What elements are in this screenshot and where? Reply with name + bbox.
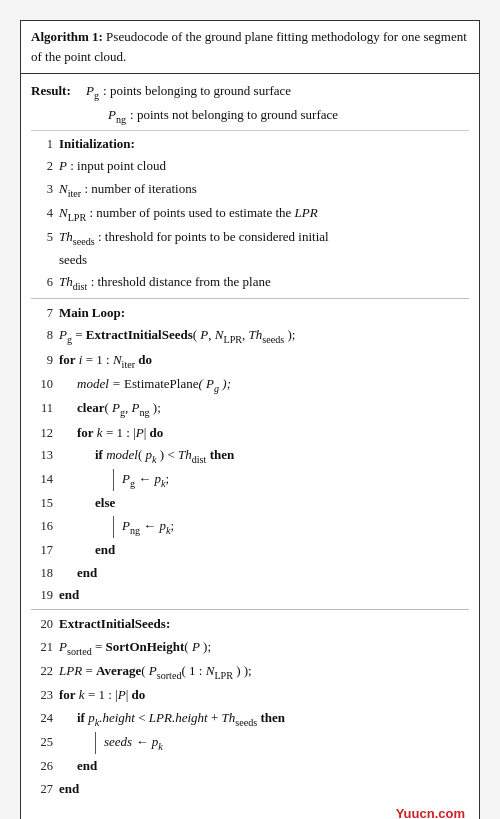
- line-content-20: ExtractInitialSeeds:: [59, 614, 469, 634]
- page: Algorithm 1: Pseudocode of the ground pl…: [0, 0, 500, 819]
- algo-line-6: 6 Thdist : threshold distance from the p…: [31, 271, 469, 295]
- algo-line-4: 4 NLPR : number of points used to estima…: [31, 202, 469, 226]
- line-num-26: 26: [31, 757, 53, 776]
- line-num-8: 8: [31, 326, 53, 345]
- vbar-14: [113, 469, 114, 491]
- line-num-20: 20: [31, 615, 53, 634]
- line-content-22: LPR = Average( Psorted( 1 : NLPR ) );: [59, 661, 469, 683]
- line-content-10: model = EstimatePlane( Pg );: [77, 374, 469, 396]
- algo-header: Algorithm 1: Pseudocode of the ground pl…: [21, 21, 479, 74]
- algo-line-24: 24 if pk.height < LPR.height + Thseeds t…: [31, 707, 469, 731]
- png-desc: : points not belonging to ground surface: [130, 105, 338, 125]
- line-num-22: 22: [31, 662, 53, 681]
- algo-line-12: 12 for k = 1 : |P| do: [31, 422, 469, 444]
- line-num-27: 27: [31, 780, 53, 799]
- png-sub: ng: [116, 113, 126, 124]
- algo-line-5: 5 Thseeds : threshold for points to be c…: [31, 226, 469, 270]
- line-content-6: Thdist : threshold distance from the pla…: [59, 272, 469, 294]
- algo-line-23: 23 for k = 1 : |P| do: [31, 684, 469, 706]
- line-text-14: Pg ← pk;: [122, 469, 169, 491]
- line-num-1: 1: [31, 135, 53, 154]
- line-num-18: 18: [31, 564, 53, 583]
- line-content-15: else: [95, 493, 469, 513]
- line-content-24: if pk.height < LPR.height + Thseeds then: [77, 708, 469, 730]
- algo-line-17: 17 end: [31, 539, 469, 561]
- line-content-17: end: [95, 540, 469, 560]
- line-num-2: 2: [31, 157, 53, 176]
- line-content-25: seeds ← pk: [95, 732, 469, 754]
- result-line: Result: Pg : points belonging to ground …: [31, 78, 469, 131]
- line-num-12: 12: [31, 424, 53, 443]
- line-num-24: 24: [31, 709, 53, 728]
- line-content-13: if model( pk ) < Thdist then: [95, 445, 469, 467]
- line-content-18: end: [77, 563, 469, 583]
- algo-line-16: 16 Png ← pk;: [31, 515, 469, 539]
- line-num-5: 5: [31, 228, 53, 247]
- line-num-7: 7: [31, 304, 53, 323]
- line-content-7: Main Loop:: [59, 303, 469, 323]
- line-content-16: Png ← pk;: [113, 516, 469, 538]
- algo-body: Result: Pg : points belonging to ground …: [21, 74, 479, 819]
- line-num-3: 3: [31, 180, 53, 199]
- line-num-14: 14: [31, 470, 53, 489]
- line-content-14: Pg ← pk;: [113, 469, 469, 491]
- algo-line-26: 26 end: [31, 755, 469, 777]
- line-content-1: Initialization:: [59, 134, 469, 154]
- line-content-3: Niter : number of iterations: [59, 179, 469, 201]
- line-text-25: seeds ← pk: [104, 732, 163, 754]
- algo-line-14: 14 Pg ← pk;: [31, 468, 469, 492]
- line-content-21: Psorted = SortOnHeight( P );: [59, 637, 469, 659]
- line-content-2: P : input point cloud: [59, 156, 469, 176]
- pg-sub: g: [94, 90, 99, 101]
- algo-line-20: 20 ExtractInitialSeeds:: [31, 613, 469, 635]
- algo-line-1: 1 Initialization:: [31, 133, 469, 155]
- line-content-12: for k = 1 : |P| do: [77, 423, 469, 443]
- section-divider-1: [31, 298, 469, 299]
- line-num-15: 15: [31, 494, 53, 513]
- algo-line-10: 10 model = EstimatePlane( Pg );: [31, 373, 469, 397]
- algo-line-2: 2 P : input point cloud: [31, 155, 469, 177]
- watermark: Yuucn.com: [31, 804, 465, 819]
- line-content-5: Thseeds : threshold for points to be con…: [59, 227, 469, 249]
- algo-line-25: 25 seeds ← pk: [31, 731, 469, 755]
- line-num-17: 17: [31, 541, 53, 560]
- line-num-13: 13: [31, 446, 53, 465]
- algo-line-13: 13 if model( pk ) < Thdist then: [31, 444, 469, 468]
- algorithm-box: Algorithm 1: Pseudocode of the ground pl…: [20, 20, 480, 819]
- line-5-wrap: seeds: [59, 250, 469, 270]
- line-content-8: Pg = ExtractInitialSeeds( P, NLPR, Thsee…: [59, 325, 469, 347]
- line-num-4: 4: [31, 204, 53, 223]
- algo-line-8: 8 Pg = ExtractInitialSeeds( P, NLPR, Ths…: [31, 324, 469, 348]
- line-num-10: 10: [31, 375, 53, 394]
- algo-title-label: Algorithm 1:: [31, 29, 103, 44]
- vbar-25: [95, 732, 96, 754]
- section-divider-2: [31, 609, 469, 610]
- line-num-9: 9: [31, 351, 53, 370]
- line-content-26: end: [77, 756, 469, 776]
- result-entry-pg: Pg : points belonging to ground surface: [86, 81, 469, 103]
- line-content-9: for i = 1 : Niter do: [59, 350, 469, 372]
- algo-line-19: 19 end: [31, 584, 469, 606]
- algo-line-27: 27 end: [31, 778, 469, 800]
- line-text-16: Png ← pk;: [122, 516, 174, 538]
- line-num-16: 16: [31, 517, 53, 536]
- line-num-21: 21: [31, 638, 53, 657]
- line-content-23: for k = 1 : |P| do: [59, 685, 469, 705]
- algo-line-21: 21 Psorted = SortOnHeight( P );: [31, 636, 469, 660]
- line-num-11: 11: [31, 399, 53, 418]
- algo-line-18: 18 end: [31, 562, 469, 584]
- line-num-23: 23: [31, 686, 53, 705]
- algo-line-15: 15 else: [31, 492, 469, 514]
- line-num-6: 6: [31, 273, 53, 292]
- result-entry-png: Png : points not belonging to ground sur…: [108, 105, 469, 127]
- result-label: Result:: [31, 81, 86, 128]
- algo-line-11: 11 clear( Pg, Png );: [31, 397, 469, 421]
- png-symbol: Png: [108, 105, 126, 127]
- algo-line-22: 22 LPR = Average( Psorted( 1 : NLPR ) );: [31, 660, 469, 684]
- line-content-19: end: [59, 585, 469, 605]
- line-content-11: clear( Pg, Png );: [77, 398, 469, 420]
- line-num-19: 19: [31, 586, 53, 605]
- line-content-4: NLPR : number of points used to estimate…: [59, 203, 469, 225]
- pg-symbol: Pg: [86, 81, 99, 103]
- pg-desc: : points belonging to ground surface: [103, 81, 291, 101]
